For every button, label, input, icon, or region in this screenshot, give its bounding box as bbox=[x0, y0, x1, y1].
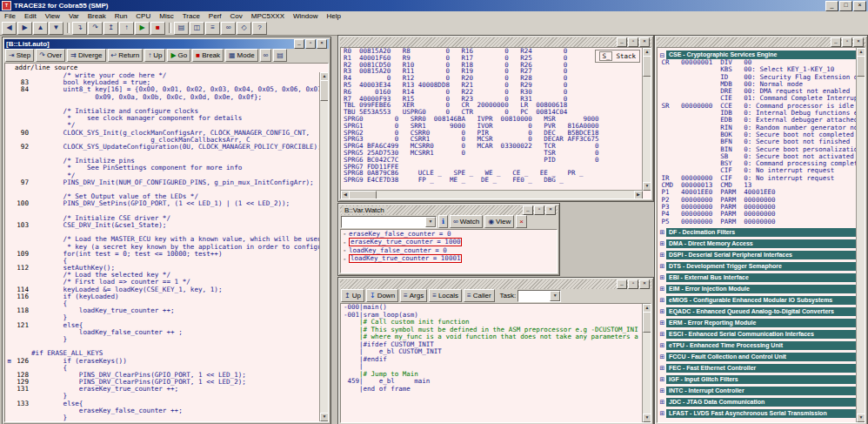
breakpoint-gutter[interactable] bbox=[5, 165, 13, 172]
breakpoint-gutter[interactable] bbox=[5, 158, 13, 165]
breakpoint-gutter[interactable] bbox=[5, 236, 13, 243]
peripheral-group-label[interactable]: LFAST - LVDS Fast Asynchronous Serial Tr… bbox=[666, 409, 856, 418]
per-row[interactable]: BIN 0: Secure boot personalization no bbox=[658, 146, 857, 153]
code-line[interactable]: } bbox=[5, 336, 320, 343]
per-row[interactable]: ⊞ DMA - Direct Memory Access bbox=[658, 239, 856, 248]
diverge-button[interactable]: ⇉ Diverge bbox=[67, 49, 105, 62]
nav-forward-icon[interactable]: ▶ bbox=[17, 22, 32, 35]
menu-item[interactable]: File bbox=[0, 12, 20, 20]
breakpoint-gutter[interactable] bbox=[5, 258, 13, 265]
menu-item[interactable]: Var bbox=[64, 12, 83, 20]
scroll-thumb[interactable] bbox=[857, 56, 865, 77]
breakpoint-gutter[interactable] bbox=[5, 386, 13, 393]
per-row[interactable]: IDB 0: Internal Debug functions enabl bbox=[658, 110, 857, 117]
task-combo[interactable]: ▼ bbox=[517, 290, 561, 302]
menu-item[interactable]: Trace bbox=[178, 12, 204, 20]
per-row[interactable]: ⊞ FEC - Fast Ethernet Controller bbox=[658, 364, 856, 373]
expander-icon[interactable]: - bbox=[343, 255, 349, 264]
per-row[interactable]: ⊞ INTC - Interrupt Controller bbox=[658, 387, 856, 395]
per-row[interactable]: ⊞ EIM - Error Injection Module bbox=[658, 285, 856, 293]
breakpoint-gutter[interactable] bbox=[5, 293, 13, 300]
maximize-button[interactable]: ▫ bbox=[628, 37, 638, 47]
step-button[interactable]: ⇥ Step bbox=[5, 49, 34, 62]
scroll-right-icon[interactable]: ▶ bbox=[634, 191, 643, 199]
peripheral-group-label[interactable]: FEC - Fast Ethernet Controller bbox=[666, 364, 856, 373]
peripheral-group-label[interactable]: eMIOS - Configurable Enhanced Modular IO… bbox=[666, 296, 856, 305]
tree-expand-icon[interactable]: ⊞ bbox=[658, 364, 666, 372]
scroll-down-icon[interactable]: ▼ bbox=[320, 413, 329, 421]
per-row[interactable]: P2 00000000 PARM 00000000 bbox=[658, 197, 857, 204]
find-var-button[interactable]: ∞ bbox=[260, 49, 272, 62]
over-button[interactable]: ↷ Over bbox=[36, 49, 65, 62]
peripheral-group-label[interactable]: EIM - Error Injection Module bbox=[666, 285, 856, 293]
frame-up-button[interactable]: ↥ Up bbox=[341, 289, 364, 302]
frame-line[interactable]: |end of frame bbox=[341, 386, 643, 394]
peripheral-group-label[interactable]: ESCI - Enhanced Serial Communication Int… bbox=[666, 330, 856, 339]
scroll-thumb[interactable] bbox=[320, 80, 329, 101]
per-row[interactable]: ⊞ DF - Decimation Filters bbox=[658, 228, 856, 237]
breakpoint-gutter[interactable] bbox=[5, 244, 13, 251]
breakpoint-gutter[interactable] bbox=[5, 179, 13, 186]
per-row[interactable]: ⊞ eMIOS - Configurable Enhanced Modular … bbox=[658, 296, 856, 305]
peripheral-group-label[interactable]: INTC - Interrupt Controller bbox=[666, 387, 856, 395]
per-row[interactable]: P3 00000000 PARM 00000000 bbox=[658, 204, 857, 211]
tree-expand-icon[interactable]: ⊞ bbox=[658, 341, 666, 349]
breakpoint-gutter[interactable] bbox=[5, 137, 13, 144]
breakpoint-gutter[interactable] bbox=[5, 265, 13, 272]
info-button[interactable]: ℹ bbox=[438, 215, 448, 228]
minimize-button[interactable]: _ bbox=[825, 1, 838, 11]
menu-item[interactable]: CPU bbox=[131, 12, 155, 20]
register-view-icon[interactable]: ≡ bbox=[205, 22, 220, 35]
maximize-button[interactable]: ▫ bbox=[628, 279, 638, 289]
breakpoint-gutter[interactable] bbox=[5, 172, 13, 179]
peripheral-group-label[interactable]: JDC - JTAG Data Communication bbox=[666, 398, 856, 407]
per-row[interactable]: MDB 00: Normal mode bbox=[658, 81, 857, 88]
tree-expand-icon[interactable]: ⊞ bbox=[658, 285, 666, 293]
frame-down-button[interactable]: ↧ Down bbox=[366, 289, 398, 302]
per-row[interactable]: ⊞ DSPI - Deserial Serial Peripheral Inte… bbox=[658, 251, 856, 259]
frame-line[interactable]: |#endif bbox=[341, 356, 643, 364]
breakpoint-gutter[interactable] bbox=[5, 79, 13, 86]
scroll-thumb[interactable] bbox=[349, 191, 377, 199]
tree-expand-icon[interactable]: ⊞ bbox=[658, 330, 666, 338]
peripheral-vscrollbar[interactable]: ▲ ▼ bbox=[856, 48, 865, 422]
breakpoint-gutter[interactable] bbox=[5, 407, 13, 414]
args-button[interactable]: ≡ Args bbox=[400, 289, 427, 302]
breakpoint-gutter[interactable] bbox=[5, 101, 13, 108]
per-row[interactable]: P1 40001EE0 PARM 40001EE0 bbox=[658, 189, 857, 196]
breakpoint-gutter[interactable] bbox=[5, 322, 13, 329]
breakpoint-gutter[interactable] bbox=[5, 372, 13, 379]
breakpoint-gutter[interactable] bbox=[5, 365, 13, 372]
scroll-thumb[interactable] bbox=[643, 312, 651, 333]
peripheral-window-titlebar[interactable]: _ ▫ × bbox=[657, 37, 865, 47]
breakpoint-gutter[interactable] bbox=[5, 86, 13, 93]
breakpoint-gutter[interactable] bbox=[5, 307, 13, 314]
per-row[interactable]: RIN 0: Random number generator not in bbox=[658, 125, 857, 131]
register-window-titlebar[interactable]: _ ▫ × bbox=[340, 37, 651, 47]
maximize-button[interactable]: ▫ bbox=[534, 205, 544, 215]
frame-window-titlebar[interactable]: _ ▫ × bbox=[340, 279, 651, 289]
help-icon[interactable]: ? bbox=[252, 22, 267, 35]
per-row[interactable]: IR 00000000 CIF 0: No interrupt request bbox=[658, 175, 857, 182]
peripheral-group-label[interactable]: EQADC - Enhanced Queued Analog-to-Digita… bbox=[666, 307, 856, 316]
breakpoint-gutter[interactable] bbox=[5, 350, 13, 357]
nav-back-icon[interactable]: ◀ bbox=[2, 22, 17, 35]
toolbar-separator[interactable] bbox=[67, 23, 70, 33]
per-row[interactable]: CMD 00000013 CMD 13 bbox=[658, 182, 857, 189]
peripheral-group-label[interactable]: IGF - Input Glitch Filters bbox=[666, 375, 856, 384]
breakpoint-gutter[interactable] bbox=[5, 94, 13, 101]
chevron-down-icon[interactable]: ▼ bbox=[425, 217, 436, 227]
per-row[interactable]: P4 00000000 PARM 00000000 bbox=[658, 211, 857, 218]
breakpoint-gutter[interactable] bbox=[5, 329, 13, 336]
breakpoint-gutter[interactable] bbox=[5, 314, 13, 321]
source-list-icon[interactable]: ▤ bbox=[174, 22, 189, 35]
locals-button[interactable]: ≡ Locals bbox=[429, 289, 462, 302]
per-row[interactable]: ⊞ FCCU - Fault Collection and Control Un… bbox=[658, 353, 856, 361]
view-button[interactable]: ◉ View bbox=[484, 215, 514, 228]
toolbar-separator[interactable] bbox=[169, 23, 171, 33]
maximize-button[interactable]: ▫ bbox=[842, 37, 852, 47]
close-icon[interactable]: × bbox=[639, 37, 650, 47]
menu-item[interactable]: Window bbox=[289, 12, 322, 20]
menu-item[interactable]: Cov bbox=[226, 12, 247, 20]
expander-icon[interactable]: - bbox=[343, 246, 349, 255]
